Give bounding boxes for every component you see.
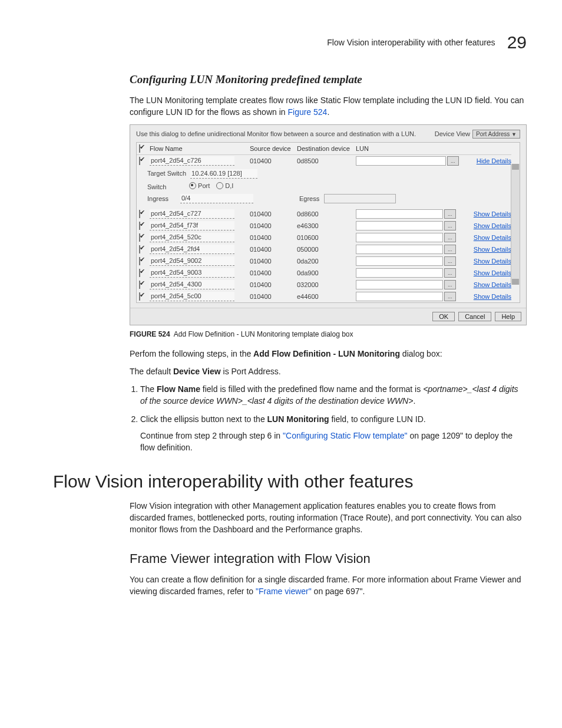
row-checkbox[interactable] xyxy=(139,292,140,301)
row-checkbox[interactable] xyxy=(139,245,140,253)
show-details-link[interactable]: Show Details xyxy=(456,258,511,265)
di-radio[interactable]: D,I xyxy=(216,182,233,189)
lun-field[interactable] xyxy=(356,221,443,230)
dialog-screenshot: Use this dialog to define unidirectional… xyxy=(130,124,527,325)
chevron-down-icon: ▼ xyxy=(511,131,517,137)
flow-name-field[interactable]: port4_2d54_f73f xyxy=(150,221,234,230)
flow-name-field[interactable]: port4_2d54_520c xyxy=(150,233,234,242)
table-row: port4_2d54_90030104000da900...Show Detai… xyxy=(137,267,511,279)
src-cell: 010400 xyxy=(250,246,297,253)
port-radio[interactable]: Port xyxy=(189,182,210,189)
dst-cell: 0da900 xyxy=(297,269,356,276)
lun-field[interactable] xyxy=(356,245,443,254)
ellipsis-button[interactable]: ... xyxy=(444,209,456,219)
flow-name-field[interactable]: port4_2d54_9002 xyxy=(150,256,234,266)
flow-name-field[interactable]: port4_2d54_c726 xyxy=(150,156,234,166)
src-cell: 010400 xyxy=(250,293,297,300)
table-row: port4_2d54_4300010400032000...Show Detai… xyxy=(137,279,511,291)
chapter-number: 29 xyxy=(507,32,527,52)
ellipsis-button[interactable]: ... xyxy=(444,292,456,301)
lun-field[interactable] xyxy=(356,256,443,266)
switch-label: Switch xyxy=(147,183,183,190)
scrollbar[interactable] xyxy=(511,164,520,285)
ingress-label: Ingress xyxy=(147,195,176,202)
default-note: The default Device View is Port Address. xyxy=(130,365,527,377)
flow-name-field[interactable]: port4_2d54_4300 xyxy=(150,280,234,289)
ellipsis-button[interactable]: ... xyxy=(444,268,456,278)
flow-name-field[interactable]: port4_2d54_c727 xyxy=(150,209,234,219)
src-cell: 010400 xyxy=(250,210,297,218)
src-cell: 010400 xyxy=(250,222,297,229)
scroll-down-icon[interactable] xyxy=(512,279,519,285)
step-1: The Flow Name field is filled with the p… xyxy=(140,383,527,407)
row-checkbox[interactable] xyxy=(139,257,140,265)
cancel-button[interactable]: Cancel xyxy=(458,312,491,321)
hide-details-link[interactable]: Hide Details xyxy=(459,157,511,164)
egress-field[interactable] xyxy=(324,194,396,203)
header-checkbox[interactable] xyxy=(139,144,140,153)
show-details-link[interactable]: Show Details xyxy=(456,234,511,241)
col-lun: LUN xyxy=(356,145,461,152)
row-checkbox[interactable] xyxy=(139,222,140,230)
src-cell: 010400 xyxy=(250,258,297,265)
table-row: port4_2d54_c7270104000d8600...Show Detai… xyxy=(137,208,511,220)
show-details-link[interactable]: Show Details xyxy=(456,281,511,288)
help-button[interactable]: Help xyxy=(495,312,521,321)
ellipsis-button[interactable]: ... xyxy=(444,221,456,230)
scroll-up-icon[interactable] xyxy=(512,164,519,170)
frame-viewer-link[interactable]: "Frame viewer" xyxy=(256,587,312,596)
dst-cell: 050000 xyxy=(297,246,356,253)
flow-name-field[interactable]: port4_2d54_9003 xyxy=(150,268,234,278)
section-title-lun: Configuring LUN Monitoring predefined te… xyxy=(130,73,527,86)
col-destination: Destination device xyxy=(297,145,356,152)
lun-field[interactable] xyxy=(356,280,443,289)
show-details-link[interactable]: Show Details xyxy=(456,269,511,276)
interop-paragraph: Flow Vision integration with other Manag… xyxy=(130,500,527,536)
ok-button[interactable]: OK xyxy=(432,312,455,321)
lun-field[interactable] xyxy=(356,233,443,242)
device-view-dropdown[interactable]: Port Address ▼ xyxy=(472,130,520,139)
ellipsis-button[interactable]: ... xyxy=(444,233,456,242)
dst-cell: 032000 xyxy=(297,281,356,288)
col-source: Source device xyxy=(250,145,297,152)
show-details-link[interactable]: Show Details xyxy=(456,246,511,253)
src-cell: 010400 xyxy=(250,157,297,164)
show-details-link[interactable]: Show Details xyxy=(456,222,511,229)
ellipsis-button[interactable]: ... xyxy=(444,256,456,266)
ellipsis-button[interactable]: ... xyxy=(444,280,456,289)
table-row: port4_2d54_5c00010400e44600...Show Detai… xyxy=(137,291,511,302)
row-checkbox[interactable] xyxy=(139,269,140,277)
flow-name-field[interactable]: port4_2d54_2fd4 xyxy=(150,245,234,254)
flow-name-field[interactable]: port4_2d54_5c00 xyxy=(150,292,234,301)
figure-caption: FIGURE 524 Add Flow Definition - LUN Mon… xyxy=(130,330,527,338)
breadcrumb: Flow Vision interoperability with other … xyxy=(327,38,495,47)
row-checkbox[interactable] xyxy=(139,233,140,242)
lun-field[interactable] xyxy=(356,268,443,278)
ellipsis-button[interactable]: ... xyxy=(447,156,459,166)
show-details-link[interactable]: Show Details xyxy=(456,293,511,300)
dst-cell: 0d8500 xyxy=(297,157,356,164)
target-switch-label: Target Switch xyxy=(147,170,189,177)
figure-link[interactable]: Figure 524 xyxy=(287,107,327,117)
ingress-field[interactable]: 0/4 xyxy=(180,194,253,203)
dialog-description: Use this dialog to define unidirectional… xyxy=(136,130,416,137)
lun-field[interactable] xyxy=(356,156,446,166)
h1-interop: Flow Vision interoperability with other … xyxy=(53,472,527,492)
page-header: Flow Vision interoperability with other … xyxy=(53,32,527,52)
row-checkbox[interactable] xyxy=(139,157,140,165)
target-switch-field[interactable]: 10.24.60.19 [128] xyxy=(190,169,257,179)
row-checkbox[interactable] xyxy=(139,281,140,289)
row-checkbox[interactable] xyxy=(139,210,140,218)
dst-cell: 0d8600 xyxy=(297,210,356,218)
ellipsis-button[interactable]: ... xyxy=(444,245,456,254)
dst-cell: 0da200 xyxy=(297,258,356,265)
lun-field[interactable] xyxy=(356,292,443,301)
intro-paragraph: The LUN Monitoring template creates flow… xyxy=(130,94,527,118)
static-flow-link[interactable]: "Configuring Static Flow template" xyxy=(283,431,407,440)
show-details-link[interactable]: Show Details xyxy=(456,210,511,218)
table-row: port4_2d54_90020104000da200...Show Detai… xyxy=(137,255,511,267)
lun-field[interactable] xyxy=(356,209,443,219)
dst-cell: 010600 xyxy=(297,234,356,241)
steps-intro: Perfom the following steps, in the Add F… xyxy=(130,348,527,360)
dst-cell: e44600 xyxy=(297,293,356,300)
